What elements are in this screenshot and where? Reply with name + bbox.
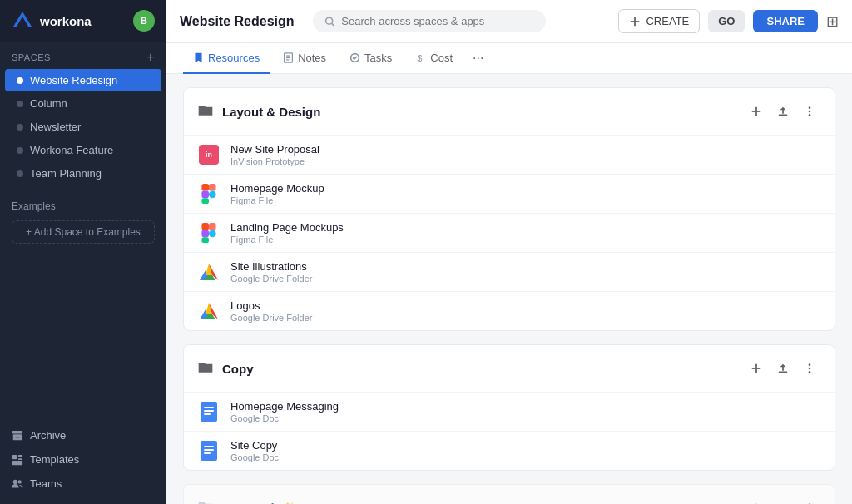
svg-rect-54 <box>204 407 214 408</box>
svg-rect-48 <box>752 368 761 369</box>
add-resource-button[interactable] <box>745 100 768 123</box>
search-icon <box>324 16 335 27</box>
space-label: Newsletter <box>30 121 81 133</box>
section-research: Research ✨WCan I Use... Support Tables f… <box>183 484 835 504</box>
svg-rect-32 <box>201 223 209 230</box>
resource-info: Site IllustrationsGoogle Drive Folder <box>230 260 821 284</box>
resource-item-r4[interactable]: Site IllustrationsGoogle Drive Folder <box>184 252 835 291</box>
resource-type: Google Drive Folder <box>230 313 821 323</box>
svg-rect-59 <box>204 449 214 451</box>
upload-button[interactable] <box>771 497 795 504</box>
gdrive-icon <box>197 299 220 323</box>
resource-name: Homepage Mockup <box>230 182 821 195</box>
content-area: Layout & DesigninNew Site ProposalInVisi… <box>166 74 852 504</box>
svg-point-50 <box>809 363 811 366</box>
spaces-list: Website RedesignColumnNewsletterWorkona … <box>0 69 166 185</box>
svg-rect-7 <box>18 458 22 460</box>
create-button[interactable]: CREATE <box>618 9 700 33</box>
sidebar-item-column[interactable]: Column <box>5 92 161 115</box>
grid-view-icon[interactable]: ⊞ <box>826 12 839 31</box>
svg-rect-22 <box>752 111 761 112</box>
svg-point-31 <box>209 191 216 199</box>
svg-rect-6 <box>18 454 22 457</box>
upload-button[interactable] <box>771 357 795 380</box>
archive-label: Archive <box>30 429 66 442</box>
resource-item-r5[interactable]: LogosGoogle Drive Folder <box>184 291 835 330</box>
resource-name: Site Copy <box>230 439 821 452</box>
resource-item-r2[interactable]: Homepage MockupFigma File <box>184 174 835 213</box>
workona-logo-icon <box>12 10 33 32</box>
tab-tasks[interactable]: Tasks <box>339 43 402 74</box>
resource-info: Homepage MockupFigma File <box>230 182 821 205</box>
topbar-actions: CREATE GO SHARE ⊞ <box>618 9 839 33</box>
user-avatar[interactable]: B <box>133 10 155 32</box>
gdrive-icon <box>197 260 220 284</box>
go-button[interactable]: GO <box>708 10 745 32</box>
search-input[interactable] <box>341 15 533 27</box>
tabs-more-button[interactable]: ··· <box>466 44 490 72</box>
svg-rect-2 <box>12 430 22 433</box>
more-options-button[interactable] <box>798 497 821 504</box>
resource-name: Landing Page Mockups <box>230 221 821 234</box>
add-space-button[interactable]: + <box>146 50 155 65</box>
resource-item-r3[interactable]: Landing Page MockupsFigma File <box>184 213 835 252</box>
sidebar-item-archive[interactable]: Archive <box>0 423 166 447</box>
svg-point-9 <box>13 479 17 483</box>
sidebar-item-teams[interactable]: Teams <box>0 472 166 496</box>
add-space-to-examples-button[interactable]: + Add Space to Examples <box>12 220 155 244</box>
section-title: Research ✨ <box>222 501 736 504</box>
figma-icon <box>197 221 220 245</box>
search-bar[interactable] <box>313 10 546 32</box>
space-dot-icon <box>17 147 23 154</box>
sidebar-divider <box>12 190 155 190</box>
sidebar-item-website-redesign[interactable]: Website Redesign <box>5 69 161 91</box>
add-resource-button[interactable] <box>745 357 768 380</box>
topbar: Website Redesign CREATE GO SHARE ⊞ <box>166 0 852 43</box>
svg-rect-55 <box>204 410 214 412</box>
svg-rect-49 <box>779 372 788 373</box>
resource-item-r6[interactable]: Homepage MessagingGoogle Doc <box>184 392 835 431</box>
templates-label: Templates <box>30 453 79 466</box>
tab-notes[interactable]: Notes <box>273 43 336 74</box>
sidebar-item-workona-feature[interactable]: Workona Feature <box>5 139 161 161</box>
resource-item-r7[interactable]: Site CopyGoogle Doc <box>184 431 835 470</box>
svg-point-26 <box>809 114 811 116</box>
dollar-icon: $ <box>415 52 426 63</box>
more-options-button[interactable] <box>798 100 821 123</box>
sidebar-item-newsletter[interactable]: Newsletter <box>5 116 161 138</box>
tab-resources-label: Resources <box>208 52 260 64</box>
teams-label: Teams <box>30 477 62 490</box>
resource-name: Homepage Messaging <box>230 400 821 413</box>
svg-rect-58 <box>204 446 214 447</box>
sidebar-header: workona B <box>0 0 166 42</box>
folder-icon <box>197 102 214 121</box>
more-options-button[interactable] <box>798 357 821 380</box>
add-resource-button[interactable] <box>745 497 768 504</box>
spaces-section-header: Spaces + <box>0 42 166 68</box>
svg-point-25 <box>809 111 811 113</box>
svg-rect-4 <box>15 436 19 437</box>
svg-rect-35 <box>201 237 209 243</box>
templates-icon <box>12 454 23 466</box>
check-icon <box>349 52 360 63</box>
share-button[interactable]: SHARE <box>753 10 818 32</box>
gdoc-icon <box>197 400 220 423</box>
svg-rect-56 <box>204 413 211 415</box>
resource-item-r1[interactable]: inNew Site ProposalInVision Prototype <box>184 135 835 174</box>
sidebar-item-templates[interactable]: Templates <box>0 447 166 472</box>
space-label: Team Planning <box>30 167 102 180</box>
tab-cost[interactable]: $ Cost <box>405 43 463 74</box>
sidebar-item-team-planning[interactable]: Team Planning <box>5 162 161 185</box>
upload-button[interactable] <box>771 100 795 123</box>
svg-rect-5 <box>12 454 17 458</box>
section-layout-design: Layout & DesigninNew Site ProposalInVisi… <box>183 87 835 331</box>
note-icon <box>283 52 294 63</box>
tab-tasks-label: Tasks <box>364 52 392 64</box>
resource-type: Google Doc <box>230 413 821 423</box>
resource-type: Google Drive Folder <box>230 274 821 284</box>
section-actions <box>745 357 821 380</box>
folder-icon <box>197 359 214 378</box>
resource-info: LogosGoogle Drive Folder <box>230 299 821 323</box>
invision-icon: in <box>197 143 220 166</box>
tab-resources[interactable]: Resources <box>183 43 270 74</box>
